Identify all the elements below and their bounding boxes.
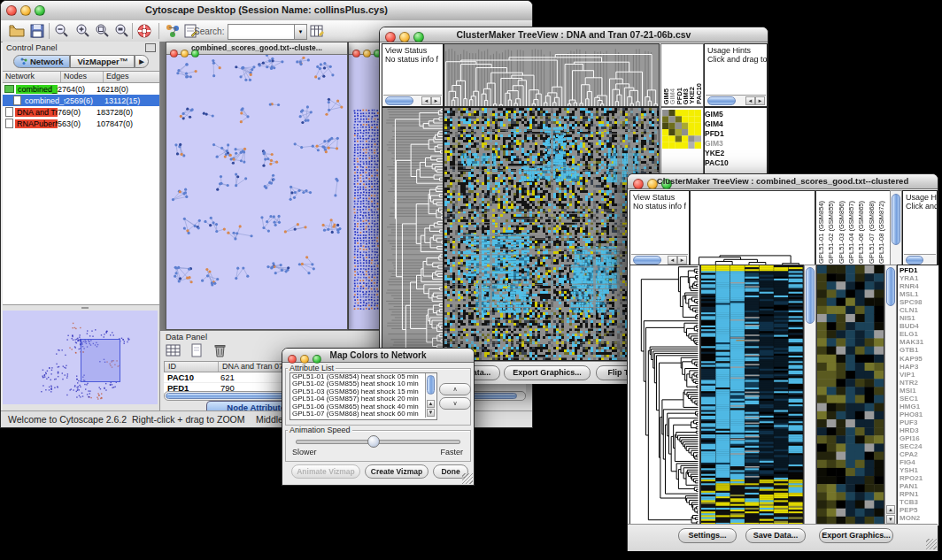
tab-network[interactable]: Network — [13, 55, 70, 68]
gene-label: RPN1 — [900, 490, 938, 498]
scroll-left-icon[interactable]: ◄ — [421, 96, 431, 105]
create-vizmap-button[interactable]: Create Vizmap — [365, 464, 429, 479]
attribute-list-vscrollbar[interactable]: ▲▼ — [425, 373, 436, 418]
attribute-table-icon[interactable] — [166, 343, 181, 357]
tv2-genes-vscrollbar[interactable]: ▲▼ — [884, 265, 897, 525]
help-icon[interactable] — [136, 23, 152, 39]
gene-label: RNR4 — [900, 282, 938, 290]
scroll-down-icon[interactable]: ▼ — [427, 409, 435, 417]
tab-more-icon[interactable]: ▶ — [135, 55, 148, 68]
scroll-thumb[interactable] — [385, 96, 413, 105]
doc-icon — [5, 119, 13, 128]
main-titlebar[interactable]: Cytoscape Desktop (Session Name: collins… — [1, 1, 532, 21]
network-list-empty-area[interactable] — [3, 129, 159, 305]
scroll-thumb[interactable] — [892, 194, 900, 245]
scroll-right-icon[interactable]: ► — [755, 96, 765, 105]
scroll-up-icon[interactable]: ▲ — [886, 505, 895, 514]
network-name-cell: combined_scores_ — [3, 85, 58, 94]
save-data-button[interactable]: Save Data... — [745, 528, 806, 543]
column-label: GPL51-07 (GSM868) — [868, 201, 876, 264]
network-row[interactable]: combined_scores_2764(0)16218(0) — [3, 83, 159, 95]
gene-label: MSL1 — [900, 290, 938, 298]
tv1-hints-hscrollbar[interactable]: ◄► — [706, 95, 766, 105]
scroll-thumb[interactable] — [806, 267, 815, 324]
tv2-labels-vscrollbar[interactable] — [890, 190, 902, 266]
tv2-row-dendrogram[interactable] — [629, 265, 700, 525]
save-icon[interactable] — [29, 23, 45, 39]
zoom-out-icon[interactable] — [54, 23, 70, 39]
network-row[interactable]: combined_sco2569(6)13112(15) — [3, 95, 159, 106]
zoom-fit-icon[interactable] — [114, 23, 130, 39]
tv1-column-dendrogram[interactable] — [444, 43, 660, 107]
tv2-column-dendrogram[interactable] — [690, 190, 815, 266]
export-graphics-button[interactable]: Export Graphics... — [504, 365, 591, 380]
network-window-titlebar[interactable]: combined_scores_good.txt--cluste... — [166, 42, 347, 55]
search-dropdown-icon[interactable]: ▼ — [294, 24, 307, 40]
tv1-title: ClusterMaker TreeView : DNA and Tran 07-… — [380, 29, 768, 40]
scroll-thumb[interactable] — [427, 375, 435, 395]
resize-grip[interactable] — [462, 473, 473, 484]
scroll-up-icon[interactable]: ▲ — [427, 400, 435, 408]
scroll-thumb[interactable] — [906, 256, 923, 265]
speed-slider-thumb[interactable] — [367, 435, 380, 448]
scroll-right-icon[interactable]: ► — [431, 96, 441, 105]
dialog-titlebar[interactable]: Map Colors to Network — [282, 349, 474, 363]
delete-attribute-icon[interactable] — [213, 343, 227, 357]
scroll-right-icon[interactable]: ► — [677, 256, 687, 265]
gene-label: GIM3 — [705, 139, 767, 149]
network-view-canvas[interactable] — [166, 55, 345, 328]
tv1-zoom-heatmap[interactable] — [662, 110, 701, 149]
move-down-button[interactable]: ∨ — [439, 397, 471, 410]
move-up-button[interactable]: ∧ — [439, 383, 471, 395]
tv2-gene-list[interactable]: PFD1YRA1RNR4MSL1SPC98CLN1NIS1BUD4ELG1MAK… — [897, 265, 939, 526]
panel-splitter[interactable] — [3, 305, 159, 311]
attribute-item[interactable]: GPL51-07 (GSM868) heat shock 60 min — [290, 410, 436, 418]
tv2-column-labels[interactable]: GPL51-01 (GSM854)GPL51-02 (GSM855)GPL51-… — [815, 190, 891, 266]
animate-vizmap-button[interactable]: Animate Vizmap — [291, 464, 360, 479]
tv2-titlebar[interactable]: ClusterMaker TreeView : combined_scores_… — [628, 174, 938, 189]
control-panel-tabs: NetworkVizMapper™▶ — [3, 54, 159, 71]
export-graphics-button[interactable]: Export Graphics... — [819, 528, 893, 543]
zoom-selected-icon[interactable] — [95, 23, 111, 39]
tv1-titlebar[interactable]: ClusterMaker TreeView : DNA and Tran 07-… — [380, 27, 768, 42]
network-nodes: 769(0) — [58, 108, 97, 117]
resize-grip[interactable] — [926, 539, 937, 549]
tv1-status-hscrollbar[interactable]: ◄► — [383, 95, 442, 105]
scroll-thumb[interactable] — [633, 256, 661, 265]
network-row[interactable]: RNAPuberNov2+563(0)107847(0) — [3, 118, 159, 129]
tv2-heatmap-vscrollbar[interactable] — [804, 265, 816, 525]
control-panel-header: Control Panel — [3, 42, 159, 54]
row-value: 621 — [217, 372, 235, 382]
tv2-zoom-heatmap[interactable] — [816, 265, 884, 525]
scroll-thumb[interactable] — [886, 267, 895, 306]
tv1-column-labels[interactable]: GIM5GIM4PFD1GIM3YKE2PAC10 — [660, 43, 704, 107]
open-file-icon[interactable] — [9, 23, 25, 39]
minimize-icon[interactable] — [363, 50, 371, 58]
search-input[interactable] — [228, 24, 298, 40]
table-edit-icon[interactable] — [309, 23, 325, 39]
vizmapper-icon[interactable] — [165, 23, 181, 39]
scroll-left-icon[interactable]: ◄ — [745, 96, 755, 105]
gene-label: SEC24 — [900, 442, 938, 450]
new-attribute-icon[interactable] — [190, 343, 203, 357]
zoom-in-icon[interactable] — [75, 23, 91, 39]
network-name-cell: RNAPuberNov2+ — [3, 119, 58, 128]
tv2-heatmap[interactable] — [700, 265, 804, 525]
scroll-down-icon[interactable]: ▼ — [886, 515, 895, 524]
tab-vizmapper[interactable]: VizMapper™ — [70, 55, 135, 68]
scroll-thumb[interactable] — [707, 96, 736, 105]
network-row[interactable]: DNA and Tran 07769(0)183728(0) — [3, 106, 159, 118]
tv2-status-hscrollbar[interactable]: ◄► — [631, 254, 688, 265]
tv2-hints-hscrollbar[interactable] — [904, 254, 936, 265]
gene-label: NTR2 — [900, 379, 938, 387]
settings-button[interactable]: Settings... — [678, 528, 737, 543]
scroll-left-icon[interactable]: ◄ — [668, 256, 677, 265]
toolbar-separator — [132, 23, 133, 39]
network-name: RNAPuberNov2+ — [15, 119, 58, 128]
attribute-list[interactable]: GPL51-01 (GSM854) heat shock 05 minGPL51… — [290, 372, 437, 420]
network-overview-canvas[interactable] — [3, 311, 158, 404]
gene-label: PFD1 — [705, 129, 767, 139]
tv1-row-dendrogram[interactable] — [382, 107, 444, 361]
close-icon[interactable] — [352, 50, 360, 58]
float-panel-icon[interactable] — [145, 43, 156, 52]
